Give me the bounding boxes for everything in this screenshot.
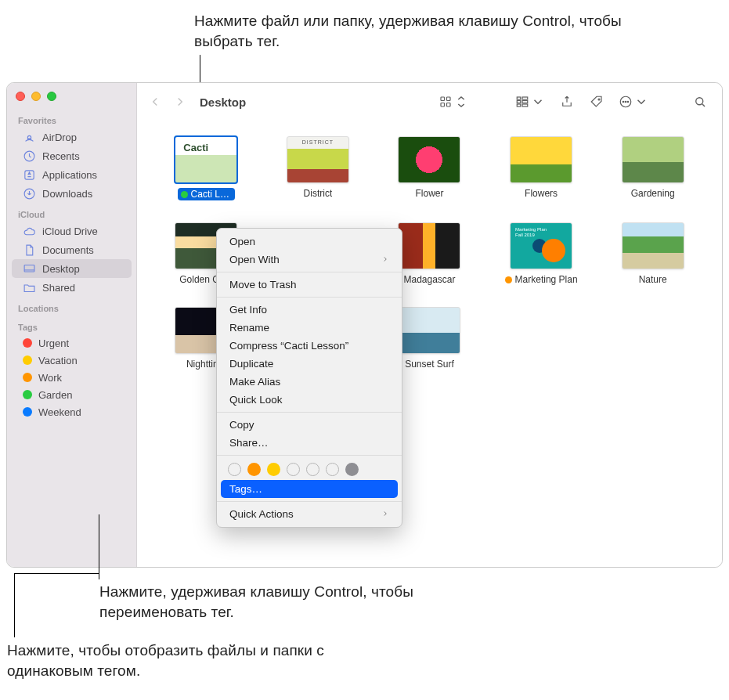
file-thumbnail	[622, 136, 684, 183]
svg-rect-4	[24, 265, 34, 272]
close-button[interactable]	[16, 92, 25, 101]
tag-color-circle[interactable]	[247, 463, 261, 476]
context-menu-item[interactable]: Copy	[217, 416, 402, 434]
tag-color-circle[interactable]	[306, 463, 319, 476]
sidebar-tag-weekend[interactable]: Weekend	[12, 403, 132, 420]
file-thumbnail	[510, 222, 572, 269]
svg-rect-10	[517, 101, 521, 103]
file-thumbnail	[398, 307, 460, 354]
more-button[interactable]	[615, 91, 651, 113]
context-menu-item[interactable]: Move to Trash	[217, 276, 402, 294]
file-thumbnail	[287, 136, 349, 183]
sidebar-tag-vacation[interactable]: Vacation	[12, 352, 132, 369]
context-menu-item[interactable]: Open With	[217, 251, 402, 269]
tag-dot-red	[23, 338, 32, 348]
forward-button[interactable]	[171, 92, 189, 112]
tag-color-circle[interactable]	[228, 463, 241, 476]
context-menu-item[interactable]: Quick Look	[217, 391, 402, 409]
share-button[interactable]	[556, 91, 578, 113]
svg-rect-7	[441, 103, 445, 107]
sidebar-header-favorites: Favorites	[7, 109, 136, 128]
sidebar-header-tags: Tags	[7, 316, 136, 334]
file-label: Nature	[639, 274, 667, 285]
svg-point-15	[598, 99, 600, 100]
sidebar-item-airdrop[interactable]: AirDrop	[12, 128, 132, 146]
tag-color-circle[interactable]	[287, 463, 300, 476]
shared-folder-icon	[23, 281, 36, 294]
sidebar-tag-work[interactable]: Work	[12, 369, 132, 386]
sidebar-tag-urgent[interactable]: Urgent	[12, 334, 132, 352]
file-item[interactable]: Flowers	[494, 136, 589, 200]
context-menu-item[interactable]: Duplicate	[217, 355, 402, 373]
context-menu-item[interactable]: Make Alias	[217, 373, 402, 391]
tag-dot-orange	[23, 373, 32, 382]
sidebar-item-shared[interactable]: Shared	[12, 278, 132, 297]
file-item[interactable]: Nature	[605, 222, 700, 285]
chevron-right-icon	[381, 508, 389, 520]
file-item[interactable]: District	[271, 136, 366, 200]
context-menu-item[interactable]: Rename	[217, 319, 402, 337]
back-button[interactable]	[146, 92, 164, 112]
file-label: Marketing Plan	[505, 274, 578, 285]
svg-rect-6	[447, 97, 451, 101]
file-label: Gardening	[631, 188, 675, 199]
sidebar-tag-garden[interactable]: Garden	[12, 386, 132, 403]
file-label: Flowers	[525, 188, 558, 199]
svg-point-17	[623, 101, 624, 103]
tag-dot-blue	[23, 407, 32, 417]
sidebar-item-documents[interactable]: Documents	[12, 240, 132, 259]
file-thumbnail	[175, 136, 237, 183]
sidebar-item-recents[interactable]: Recents	[12, 146, 132, 165]
tag-color-circle[interactable]	[345, 463, 359, 476]
callout-mid: Нажмите, удерживая клавишу Control, чтоб…	[99, 582, 507, 622]
sidebar-item-applications[interactable]: Applications	[12, 165, 132, 184]
file-tag-dot	[181, 191, 188, 198]
search-button[interactable]	[689, 91, 711, 113]
finder-sidebar: Favorites AirDrop Recents Applications D…	[7, 83, 137, 567]
tag-dot-green	[23, 390, 32, 399]
context-menu-tag-colors	[217, 459, 402, 480]
finder-toolbar: Desktop	[137, 83, 722, 121]
context-menu: OpenOpen WithMove to TrashGet InfoRename…	[216, 228, 402, 528]
file-label: Madagascar	[403, 274, 455, 285]
file-thumbnail	[398, 136, 460, 183]
applications-icon	[23, 168, 36, 182]
tag-color-circle[interactable]	[267, 463, 280, 476]
context-menu-item[interactable]: Open	[217, 233, 402, 251]
fullscreen-button[interactable]	[47, 92, 56, 101]
window-title: Desktop	[200, 96, 246, 109]
file-item[interactable]: Flower	[382, 136, 477, 200]
tags-button[interactable]	[586, 91, 608, 113]
context-menu-item[interactable]: Share…	[217, 434, 402, 452]
svg-rect-11	[517, 104, 521, 106]
tag-color-circle[interactable]	[326, 463, 339, 476]
context-menu-item[interactable]: Compress “Cacti Lesson”	[217, 337, 402, 355]
airdrop-icon	[23, 131, 36, 144]
tag-dot-yellow	[23, 355, 32, 365]
view-mode-button[interactable]	[435, 91, 471, 113]
minimize-button[interactable]	[31, 92, 41, 101]
context-menu-item-tags[interactable]: Tags…	[221, 480, 398, 498]
file-item[interactable]: Cacti L…	[159, 136, 254, 200]
sidebar-item-icloud-drive[interactable]: iCloud Drive	[12, 222, 132, 240]
svg-rect-9	[517, 97, 521, 99]
menu-separator	[217, 297, 402, 298]
file-label: Sunset Surf	[405, 359, 454, 370]
svg-point-20	[696, 98, 703, 105]
svg-rect-14	[522, 104, 528, 106]
file-tag-dot	[505, 276, 512, 283]
sidebar-item-downloads[interactable]: Downloads	[12, 184, 132, 203]
sidebar-item-desktop[interactable]: Desktop	[12, 259, 132, 278]
downloads-icon	[23, 187, 36, 200]
file-item[interactable]: Marketing Plan	[494, 222, 589, 285]
file-item[interactable]: Gardening	[605, 136, 700, 200]
callout-bot: Нажмите, чтобы отобразить файлы и папки …	[7, 640, 414, 680]
cloud-icon	[23, 225, 36, 238]
finder-window: Favorites AirDrop Recents Applications D…	[6, 82, 723, 568]
file-thumbnail	[398, 222, 460, 269]
group-by-button[interactable]	[512, 91, 548, 113]
context-menu-item-quick-actions[interactable]: Quick Actions	[217, 505, 402, 523]
chevron-right-icon	[381, 254, 389, 265]
context-menu-item[interactable]: Get Info	[217, 301, 402, 319]
svg-point-18	[625, 101, 626, 103]
